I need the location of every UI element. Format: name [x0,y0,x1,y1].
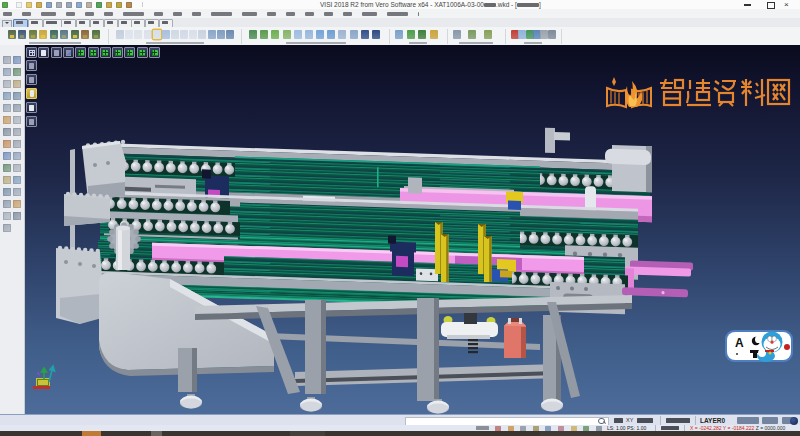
svg-text:A: A [735,336,744,350]
